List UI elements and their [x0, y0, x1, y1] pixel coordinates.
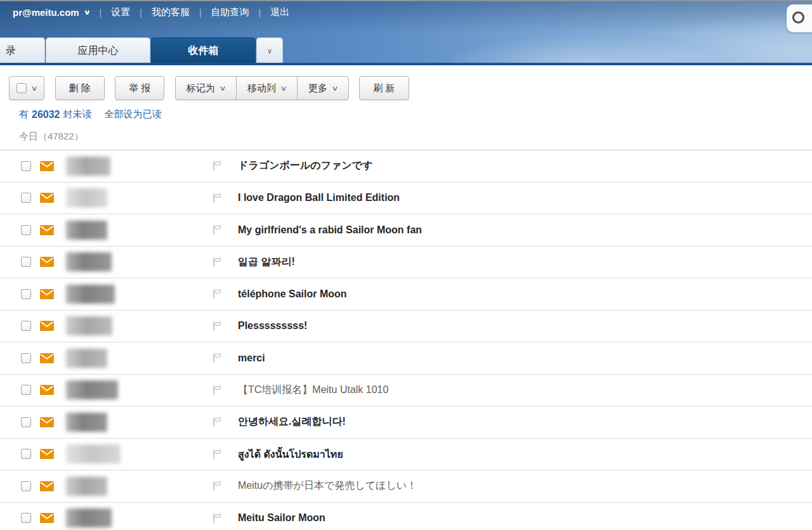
sender-cell — [66, 285, 212, 304]
email-subject[interactable]: 안녕하세요.실례합니다! — [238, 415, 346, 429]
row-checkbox[interactable] — [21, 257, 31, 267]
menu-item-customer-service[interactable]: 我的客服 — [152, 6, 190, 18]
flag-icon[interactable] — [212, 481, 222, 491]
flag-icon[interactable] — [212, 288, 222, 299]
flag-icon[interactable] — [212, 321, 222, 332]
menu-item-settings[interactable]: 设置 — [111, 6, 130, 18]
chevron-down-icon: ∨ — [219, 84, 226, 93]
sender-cell — [66, 188, 212, 207]
row-checkbox[interactable] — [21, 321, 31, 331]
unread-envelope-icon — [40, 481, 54, 491]
mark-all-read-link[interactable]: 全部设为已读 — [105, 108, 162, 120]
report-button[interactable]: 举 报 — [115, 76, 164, 100]
sender-blurred — [66, 316, 112, 335]
sender-blurred — [66, 380, 118, 399]
flag-icon[interactable] — [212, 385, 222, 396]
flag-icon[interactable] — [212, 352, 222, 363]
sender-cell — [66, 477, 212, 496]
menu-item-logout[interactable]: 退出 — [270, 6, 289, 18]
sender-blurred — [66, 477, 107, 496]
unread-envelope-icon — [40, 353, 54, 363]
flag-icon[interactable] — [212, 257, 222, 268]
delete-button[interactable]: 删 除 — [55, 76, 105, 100]
window-top-edge — [0, 0, 812, 1]
tab-contacts-partial[interactable]: 录 — [0, 37, 45, 63]
flag-icon[interactable] — [212, 224, 222, 235]
unread-status-line: 有 26032 封未读 全部设为已读 — [19, 108, 812, 120]
row-checkbox[interactable] — [21, 225, 31, 235]
separator: | — [199, 8, 202, 18]
email-row[interactable]: Meituの携帯が日本で発売してほしい！ — [0, 470, 812, 503]
unread-envelope-icon — [40, 417, 54, 427]
email-subject[interactable]: Plesssssssss! — [238, 320, 307, 332]
email-row[interactable]: สูงได้ ดังนั้นโปรดมาไทย — [0, 439, 812, 471]
flag-icon[interactable] — [212, 449, 222, 460]
email-subject[interactable]: 【TC培训报名】Meitu Utalk 1010 — [238, 384, 388, 397]
sender-cell — [66, 252, 212, 271]
email-row[interactable]: 안녕하세요.실례합니다! — [0, 406, 812, 439]
unread-count: 26032 — [32, 109, 60, 120]
email-row[interactable]: I love Dragon Ball Limited Edition — [0, 183, 812, 215]
today-section-header: 今日（47822） — [19, 131, 812, 143]
row-checkbox[interactable] — [21, 289, 31, 299]
move-to-button[interactable]: 移动到 ∨ — [236, 77, 297, 100]
toolbar: ∨ 删 除 举 报 标记为 ∨ 移动到 ∨ 更多 ∨ 刷 新 — [0, 65, 812, 105]
select-all-checkbox[interactable] — [16, 83, 27, 93]
email-row[interactable]: ドラゴンボールのファンです — [0, 150, 812, 183]
email-list: ドラゴンボールのファンです I love Dragon Ball Limited… — [0, 150, 812, 530]
email-row[interactable]: Plesssssssss! — [0, 311, 812, 343]
menu-item-self-service[interactable]: 自助查询 — [211, 6, 249, 18]
tab-dropdown-chevron-icon[interactable]: ∨ — [256, 37, 283, 63]
row-checkbox[interactable] — [21, 417, 31, 427]
row-checkbox[interactable] — [21, 481, 31, 491]
email-subject[interactable]: Meituの携帯が日本で発売してほしい！ — [238, 479, 417, 493]
mark-as-button[interactable]: 标记为 ∨ — [176, 77, 236, 100]
email-subject[interactable]: Meitu Sailor Moon — [238, 512, 325, 524]
unread-envelope-icon — [40, 161, 54, 171]
unread-envelope-icon — [40, 257, 54, 267]
unread-envelope-icon — [40, 225, 54, 235]
refresh-button[interactable]: 刷 新 — [359, 76, 409, 100]
search-icon — [792, 11, 804, 23]
account-bar: pr@meitu.com ∨ | 设置 | 我的客服 | 自助查询 | 退出 — [13, 6, 289, 18]
chevron-down-icon: ∨ — [280, 84, 287, 93]
tab-inbox[interactable]: 收件箱 — [151, 37, 256, 63]
email-subject[interactable]: My girlfriend's a rabid Sailor Moon fan — [238, 224, 422, 236]
flag-icon[interactable] — [212, 513, 222, 524]
flag-icon[interactable] — [212, 417, 222, 427]
move-to-label: 移动到 — [247, 82, 276, 94]
row-checkbox[interactable] — [21, 449, 31, 459]
email-row[interactable]: My girlfriend's a rabid Sailor Moon fan — [0, 214, 812, 247]
email-row[interactable]: Meitu Sailor Moon — [0, 503, 812, 530]
email-subject[interactable]: สูงได้ ดังนั้นโปรดมาไทย — [238, 446, 343, 462]
email-subject[interactable]: ドラゴンボールのファンです — [238, 159, 373, 172]
row-checkbox[interactable] — [21, 513, 31, 523]
email-row[interactable]: téléphone Sailor Moon — [0, 278, 812, 311]
email-row[interactable]: 일곱 알꽈리! — [0, 247, 812, 279]
row-checkbox[interactable] — [21, 353, 31, 363]
row-checkbox[interactable] — [21, 385, 31, 395]
account-menu[interactable]: pr@meitu.com ∨ — [13, 7, 90, 18]
sender-cell — [66, 508, 212, 527]
search-button[interactable] — [787, 4, 812, 32]
tab-app-center[interactable]: 应用中心 — [46, 37, 150, 63]
separator: | — [140, 8, 142, 18]
header-banner: pr@meitu.com ∨ | 设置 | 我的客服 | 自助查询 | 退出 录… — [0, 0, 812, 65]
email-subject[interactable]: merci — [238, 352, 265, 364]
email-row[interactable]: merci — [0, 342, 812, 375]
sender-cell — [66, 413, 212, 432]
select-all-dropdown-button[interactable]: ∨ — [9, 76, 44, 100]
unread-envelope-icon — [40, 289, 54, 299]
more-button[interactable]: 更多 ∨ — [297, 77, 348, 100]
email-subject[interactable]: 일곱 알꽈리! — [238, 255, 295, 269]
row-checkbox[interactable] — [21, 193, 31, 203]
email-subject[interactable]: I love Dragon Ball Limited Edition — [238, 192, 400, 204]
flag-icon[interactable] — [212, 193, 222, 204]
email-row[interactable]: 【TC培训报名】Meitu Utalk 1010 — [0, 375, 812, 407]
email-subject[interactable]: téléphone Sailor Moon — [238, 288, 347, 300]
unread-envelope-icon — [40, 385, 54, 395]
flag-icon[interactable] — [212, 160, 222, 171]
chevron-down-icon: ∨ — [83, 8, 91, 16]
row-checkbox[interactable] — [21, 161, 31, 171]
sender-blurred — [66, 508, 112, 527]
